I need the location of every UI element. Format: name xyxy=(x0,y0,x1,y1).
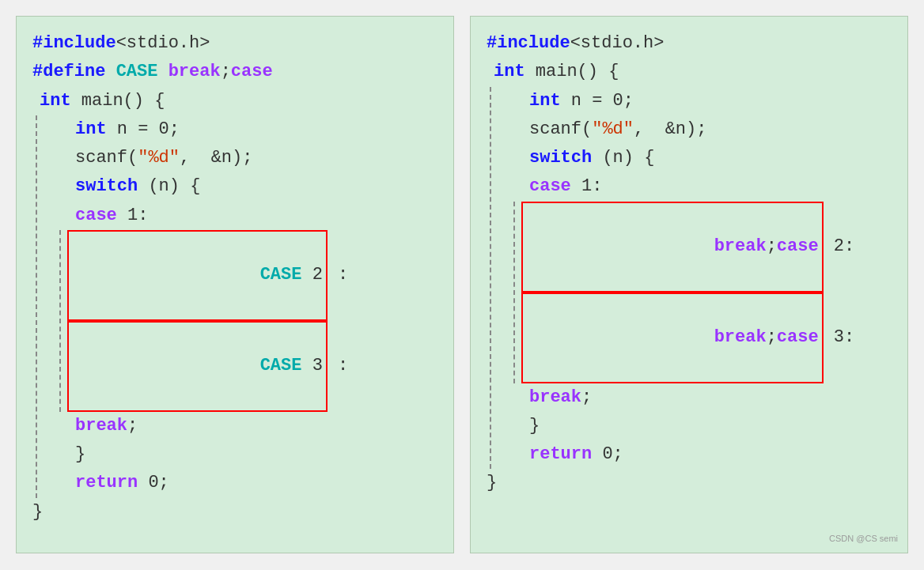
code-text: } xyxy=(32,498,43,527)
code-text: 1: xyxy=(127,202,148,230)
code-text: (n) { xyxy=(148,172,200,201)
highlight-box: CASE 3 xyxy=(67,321,328,412)
code-text: 1: xyxy=(581,172,602,201)
code-line: #define CASE break;case xyxy=(32,58,437,86)
right-code: #include<stdio.h> int main() { int n = 0… xyxy=(487,29,892,498)
left-code: #include<stdio.h> #define CASE break;cas… xyxy=(32,29,437,527)
code-text: case xyxy=(75,202,127,230)
code-text: , &n); xyxy=(180,144,252,172)
code-text: : xyxy=(328,352,348,380)
code-line: scanf("%d", &n); xyxy=(529,115,892,144)
watermark: CSDN @CS semi xyxy=(829,532,898,546)
case-block-r: break;case 2: break;case 3: xyxy=(513,202,892,383)
code-line: switch (n) { xyxy=(529,144,892,172)
code-text: ; xyxy=(767,327,777,347)
highlight-box-r1: break;case xyxy=(521,202,824,293)
code-text: scanf( xyxy=(529,115,592,144)
code-text: case xyxy=(529,172,581,201)
code-line: #include<stdio.h> xyxy=(487,29,892,58)
code-inner-r: int n = 0; scanf("%d", &n); switch (n) {… xyxy=(491,87,892,470)
main-container: #include<stdio.h> #define CASE break;cas… xyxy=(0,0,924,570)
code-line: break;case 2: xyxy=(521,202,892,293)
code-line: switch (n) { xyxy=(75,172,437,201)
code-line: #include<stdio.h> xyxy=(32,29,437,58)
code-text: case xyxy=(231,58,273,86)
code-text: #include xyxy=(487,29,570,58)
code-text: , &n); xyxy=(634,115,706,144)
code-line: return 0; xyxy=(75,469,437,497)
code-text: ; xyxy=(221,58,231,86)
code-line: int main() { xyxy=(487,58,892,86)
code-text: #include xyxy=(32,29,116,58)
code-line: int n = 0; xyxy=(75,115,437,144)
highlight-box-r2: break;case xyxy=(521,293,824,383)
code-text: 3: xyxy=(824,323,855,352)
code-text: 0; xyxy=(602,440,623,469)
code-line: case 1: xyxy=(529,172,892,201)
code-block-inner-r: int n = 0; scanf("%d", &n); switch (n) {… xyxy=(487,87,892,470)
code-text: } xyxy=(487,469,497,497)
case-block: CASE 2 : CASE 3 : xyxy=(59,230,437,412)
code-line: int main() { xyxy=(32,87,437,115)
code-text: 2 xyxy=(312,265,323,285)
code-text: } xyxy=(529,412,540,440)
code-text: } xyxy=(75,440,85,469)
code-text: main() { xyxy=(536,58,619,86)
code-text: CASE xyxy=(260,265,312,285)
code-text: : xyxy=(328,261,348,289)
code-text: CASE xyxy=(260,356,312,376)
highlight-box: CASE 2 xyxy=(67,230,328,321)
code-text: <stdio.h> xyxy=(570,29,665,58)
code-text: break xyxy=(75,412,127,440)
code-line: return 0; xyxy=(529,440,892,469)
code-text: "%d" xyxy=(592,115,634,144)
code-text: case xyxy=(777,327,819,347)
code-text: scanf( xyxy=(75,144,138,172)
code-text: return xyxy=(529,440,602,469)
code-text: break xyxy=(529,383,581,412)
code-text: 3 xyxy=(312,356,323,376)
code-line: scanf("%d", &n); xyxy=(75,144,437,172)
code-text: n = 0; xyxy=(571,87,634,115)
code-line: CASE 2 : xyxy=(67,230,437,321)
code-text: 2: xyxy=(824,232,855,261)
code-text: break xyxy=(169,58,221,86)
code-text: ; xyxy=(127,412,138,440)
code-line: break; xyxy=(75,412,437,440)
code-inner: int n = 0; scanf("%d", &n); switch (n) {… xyxy=(37,115,437,498)
code-line: int n = 0; xyxy=(529,87,892,115)
code-line: } xyxy=(32,498,437,527)
code-text: "%d" xyxy=(138,144,180,172)
case-inner-r: break;case 2: break;case 3: xyxy=(515,202,892,383)
code-line: break;case 3: xyxy=(521,293,892,383)
case-inner: CASE 2 : CASE 3 : xyxy=(61,230,437,412)
code-text: switch xyxy=(75,172,148,201)
code-text: break xyxy=(714,327,767,347)
code-line: CASE 3 : xyxy=(67,321,437,412)
code-text: int xyxy=(494,58,536,86)
code-text: n = 0; xyxy=(117,115,180,144)
code-text: return xyxy=(75,469,148,497)
code-text: switch xyxy=(529,144,602,172)
code-text: (n) { xyxy=(602,144,654,172)
code-text: #define xyxy=(32,58,116,86)
code-line: } xyxy=(529,412,892,440)
right-panel: #include<stdio.h> int main() { int n = 0… xyxy=(470,16,908,553)
code-text: int xyxy=(40,87,81,115)
code-line: } xyxy=(75,440,437,469)
code-text: CASE xyxy=(116,58,169,86)
code-text: break xyxy=(714,236,767,256)
code-line: case 1: xyxy=(75,202,437,230)
code-text: case xyxy=(777,236,819,256)
code-text: <stdio.h> xyxy=(116,29,210,58)
code-text: ; xyxy=(767,236,777,256)
left-panel: #include<stdio.h> #define CASE break;cas… xyxy=(16,16,454,553)
code-line: break; xyxy=(529,383,892,412)
code-text: ; xyxy=(581,383,592,412)
code-block-inner: int n = 0; scanf("%d", &n); switch (n) {… xyxy=(32,115,437,498)
code-text: main() { xyxy=(81,87,165,115)
code-text: int xyxy=(529,87,571,115)
code-line: } xyxy=(487,469,892,497)
code-text: 0; xyxy=(148,469,169,497)
code-text: int xyxy=(75,115,117,144)
